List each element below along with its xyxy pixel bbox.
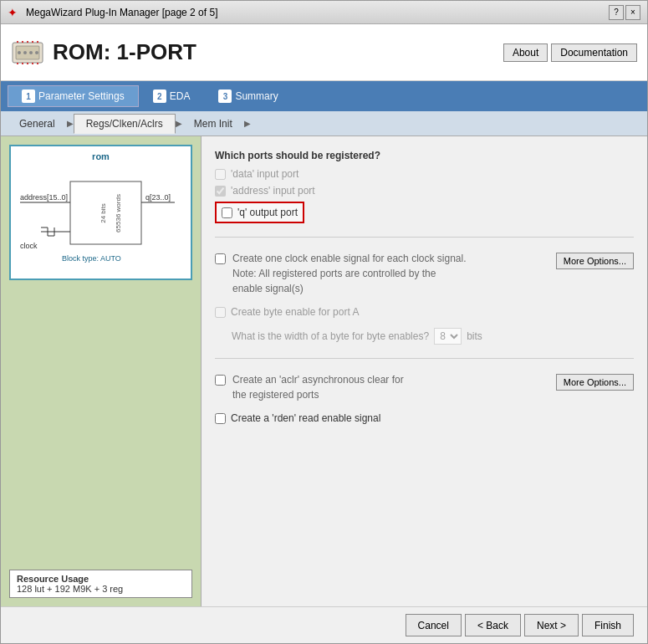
byte-width-select[interactable]: 8: [434, 328, 462, 345]
rom-icon: [11, 36, 44, 69]
header: ROM: 1-PORT About Documentation: [1, 24, 647, 81]
more-options-button-1[interactable]: More Options...: [556, 253, 634, 269]
aclr-checkbox[interactable]: [215, 375, 226, 386]
svg-text:65536 words: 65536 words: [115, 194, 122, 233]
q-port-checkbox[interactable]: [222, 207, 232, 218]
clock-enable-label: Create one clock enable signal for each …: [232, 251, 549, 296]
resource-usage-value: 128 lut + 192 M9K + 3 reg: [17, 584, 185, 594]
tab-number-1: 1: [22, 89, 35, 103]
about-button[interactable]: About: [503, 43, 548, 62]
divider-1: [215, 237, 634, 238]
rden-checkbox[interactable]: [215, 413, 226, 424]
next-button[interactable]: Next >: [524, 614, 579, 636]
tab-number-2: 2: [153, 89, 166, 103]
svg-text:24 bits: 24 bits: [99, 203, 107, 223]
subtab-regs[interactable]: Regs/Clken/Aclrs: [74, 114, 176, 134]
clock-section: Create one clock enable signal for each …: [215, 251, 634, 296]
clock-enable-checkbox[interactable]: [215, 253, 226, 264]
tab-label-2: EDA: [170, 90, 191, 102]
tab-label-1: Parameter Settings: [38, 90, 125, 102]
bottom-bar: Cancel < Back Next > Finish: [1, 606, 647, 643]
subtab-regs-label: Regs/Clken/Aclrs: [86, 118, 163, 130]
aclr-content: Create an 'aclr' asynchronous clear fort…: [232, 372, 549, 402]
title-bar: ✦ MegaWizard Plug-In Manager [page 2 of …: [1, 1, 647, 24]
data-port-label: 'data' input port: [231, 168, 298, 180]
page-tabs: 1 Parameter Settings 2 EDA 3 Summary: [1, 81, 647, 111]
rom-diagram-title: rom: [16, 151, 186, 161]
page-title: ROM: 1-PORT: [53, 39, 196, 65]
bits-label: bits: [467, 330, 482, 342]
app-icon: ✦: [8, 6, 21, 19]
back-button[interactable]: < Back: [465, 614, 521, 636]
sub-tabs: General ▶ Regs/Clken/Aclrs ▶ Mem Init ▶: [1, 111, 647, 136]
left-panel: rom 24 bits 65536 words address[15..0]: [1, 136, 202, 606]
subtab-meminit-label: Mem Init: [194, 118, 232, 130]
header-left: ROM: 1-PORT: [11, 36, 196, 69]
byte-width-row: What is the width of a byte for byte ena…: [215, 328, 634, 345]
tab-number-3: 3: [218, 89, 232, 103]
svg-point-4: [29, 51, 33, 54]
byte-width-label: What is the width of a byte for byte ena…: [232, 330, 429, 342]
byte-enable-label: Create byte enable for port A: [231, 306, 359, 318]
byte-enable-row: Create byte enable for port A: [215, 306, 634, 318]
clock-content: Create one clock enable signal for each …: [232, 251, 549, 296]
title-bar-buttons: ? ×: [609, 5, 640, 20]
rden-row: Create a 'rden' read enable signal: [215, 412, 634, 424]
window-title: MegaWizard Plug-In Manager [page 2 of 5]: [26, 7, 609, 18]
q-port-highlighted-row: 'q' output port: [215, 202, 304, 223]
svg-point-2: [18, 51, 21, 54]
tab-summary[interactable]: 3 Summary: [204, 85, 292, 107]
aclr-label: Create an 'aclr' asynchronous clear fort…: [232, 372, 549, 402]
divider-2: [215, 358, 634, 359]
rom-diagram-inner: 24 bits 65536 words address[15..0] q[23.…: [16, 165, 183, 273]
subtab-general[interactable]: General: [8, 115, 67, 133]
svg-text:address[15..0]: address[15..0]: [20, 193, 68, 202]
ports-title: Which ports should be registered?: [215, 150, 634, 161]
rden-label: Create a 'rden' read enable signal: [231, 412, 380, 424]
documentation-button[interactable]: Documentation: [551, 43, 637, 62]
aclr-section: Create an 'aclr' asynchronous clear fort…: [215, 372, 634, 402]
q-port-label: 'q' output port: [237, 207, 298, 218]
resource-usage-box: Resource Usage 128 lut + 192 M9K + 3 reg: [9, 570, 192, 598]
main-window: ✦ MegaWizard Plug-In Manager [page 2 of …: [0, 0, 648, 644]
resource-usage-title: Resource Usage: [17, 574, 185, 584]
address-port-row: 'address' input port: [215, 185, 634, 197]
right-panel: Which ports should be registered? 'data'…: [202, 136, 647, 606]
data-port-row: 'data' input port: [215, 168, 634, 180]
svg-point-3: [23, 51, 27, 54]
address-port-checkbox[interactable]: [215, 186, 226, 197]
close-button[interactable]: ×: [625, 5, 640, 20]
svg-text:q[23..0]: q[23..0]: [145, 193, 171, 202]
subtab-meminit[interactable]: Mem Init: [182, 115, 244, 133]
arrow-1: ▶: [67, 119, 74, 128]
tab-eda[interactable]: 2 EDA: [139, 85, 205, 107]
tab-parameter-settings[interactable]: 1 Parameter Settings: [8, 85, 139, 107]
tab-label-3: Summary: [235, 90, 278, 102]
rom-diagram: rom 24 bits 65536 words address[15..0]: [9, 145, 192, 280]
subtab-general-label: General: [19, 118, 55, 130]
header-buttons: About Documentation: [503, 43, 637, 62]
svg-text:clock: clock: [20, 242, 38, 250]
arrow-2: ▶: [176, 119, 182, 128]
svg-text:Block type: AUTO: Block type: AUTO: [62, 254, 121, 263]
data-port-checkbox[interactable]: [215, 169, 226, 180]
cancel-button[interactable]: Cancel: [406, 614, 462, 636]
ports-section: Which ports should be registered? 'data'…: [215, 150, 634, 223]
finish-button[interactable]: Finish: [582, 614, 634, 636]
more-options-button-2[interactable]: More Options...: [556, 374, 634, 391]
help-button[interactable]: ?: [609, 5, 624, 20]
main-content: rom 24 bits 65536 words address[15..0]: [1, 136, 647, 606]
arrow-3: ▶: [244, 119, 251, 128]
svg-point-5: [35, 51, 38, 54]
address-port-label: 'address' input port: [231, 185, 315, 197]
byte-enable-checkbox[interactable]: [215, 307, 226, 318]
